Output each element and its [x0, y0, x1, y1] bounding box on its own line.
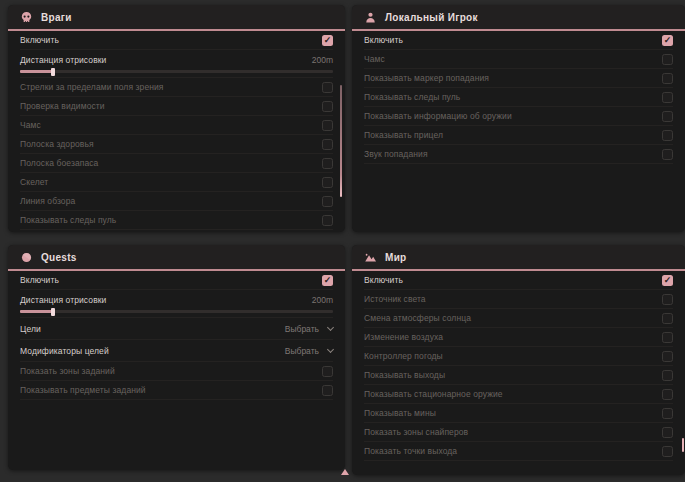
setting-label: Цели — [20, 324, 41, 334]
setting-label: Включить — [20, 275, 59, 285]
mountain-icon — [364, 251, 377, 264]
setting-label: Включить — [364, 275, 403, 285]
checkbox[interactable] — [322, 215, 333, 226]
setting-row: Смена атмосферы солнца — [364, 309, 673, 328]
setting-label: Скелет — [20, 177, 48, 187]
checkbox[interactable] — [662, 294, 673, 305]
checkbox[interactable]: ✓ — [662, 35, 673, 46]
setting-label: Показывать стационарное оружие — [364, 389, 503, 399]
setting-label: Полоска боезапаса — [20, 158, 98, 168]
setting-row: Дистанция отрисовки200m — [20, 50, 333, 78]
dropdown[interactable]: Выбрать — [285, 346, 333, 356]
dropdown[interactable]: Выбрать — [285, 324, 333, 334]
setting-row: Показывать маркер попадания — [364, 69, 673, 88]
setting-row: Модификаторы целейВыбрать — [20, 340, 333, 362]
setting-row: Показывать следы пуль — [364, 88, 673, 107]
setting-label: Звук попадания — [364, 149, 428, 159]
setting-label: Показывать информацию об оружии — [364, 111, 512, 121]
checkbox[interactable] — [662, 130, 673, 141]
panel-title: Локальный Игрок — [385, 12, 478, 23]
scrollbar[interactable] — [682, 438, 684, 452]
checkbox[interactable] — [322, 82, 333, 93]
slider[interactable] — [20, 70, 333, 73]
slider-thumb[interactable] — [51, 68, 55, 76]
panel-enemies: Враги Включить✓Дистанция отрисовки200mСт… — [8, 5, 345, 232]
setting-label: Линия обзора — [20, 196, 75, 206]
setting-row: Проверка видимости — [20, 97, 333, 116]
setting-label: Стрелки за пределами поля зрения — [20, 82, 164, 92]
checkbox[interactable] — [662, 408, 673, 419]
slider-value: 200m — [312, 55, 333, 65]
setting-row: Показывать прицел — [364, 126, 673, 145]
setting-row: Показывать предметы заданий — [20, 381, 333, 400]
panel-header: Quests — [8, 245, 345, 271]
panel-title: Мир — [385, 252, 407, 263]
checkbox[interactable] — [322, 101, 333, 112]
setting-label: Дистанция отрисовки — [20, 295, 106, 305]
checkbox[interactable] — [322, 158, 333, 169]
setting-label: Показать зоны заданий — [20, 366, 115, 376]
checkbox[interactable] — [662, 351, 673, 362]
scrollbar[interactable] — [340, 85, 342, 197]
checkbox[interactable] — [662, 73, 673, 84]
setting-label: Полоска здоровья — [20, 139, 94, 149]
setting-row: Включить✓ — [20, 271, 333, 290]
checkbox[interactable]: ✓ — [322, 35, 333, 46]
panel-title: Quests — [41, 252, 77, 263]
setting-row: Показывать информацию об оружии — [364, 107, 673, 126]
setting-label: Показывать следы пуль — [364, 92, 460, 102]
setting-row: Скелет — [20, 173, 333, 192]
setting-label: Смена атмосферы солнца — [364, 313, 471, 323]
slider-line: Дистанция отрисовки200m — [20, 293, 333, 307]
checkbox[interactable] — [662, 149, 673, 160]
checkbox[interactable]: ✓ — [322, 275, 333, 286]
checkbox[interactable]: ✓ — [662, 275, 673, 286]
setting-row: Включить✓ — [364, 31, 673, 50]
checkbox[interactable] — [322, 385, 333, 396]
setting-label: Показывать маркер попадания — [364, 73, 489, 83]
checkbox[interactable] — [322, 177, 333, 188]
setting-label: Показывать следы пуль — [20, 215, 116, 225]
checkbox[interactable] — [662, 111, 673, 122]
skull-icon — [20, 11, 33, 24]
checkbox[interactable] — [662, 389, 673, 400]
setting-row: Показать зоны снайперов — [364, 423, 673, 442]
checkbox[interactable] — [322, 120, 333, 131]
setting-label: Чамс — [20, 120, 41, 130]
setting-label: Включить — [364, 35, 403, 45]
checkbox[interactable] — [322, 366, 333, 377]
setting-label: Дистанция отрисовки — [20, 55, 106, 65]
panel-quests: Quests Включить✓Дистанция отрисовки200mЦ… — [8, 245, 345, 470]
slider-value: 200m — [312, 295, 333, 305]
checkbox[interactable] — [662, 92, 673, 103]
setting-label: Показывать прицел — [364, 130, 443, 140]
checkbox[interactable] — [322, 139, 333, 150]
checkbox[interactable] — [662, 332, 673, 343]
setting-row: Показывать стационарное оружие — [364, 385, 673, 404]
panel-header: Мир — [352, 245, 685, 271]
slider-fill — [20, 70, 53, 73]
setting-row: Дистанция отрисовки200m — [20, 290, 333, 318]
setting-label: Показать зоны снайперов — [364, 427, 468, 437]
setting-row: Звук попадания — [364, 145, 673, 164]
panel-body: Включить✓Дистанция отрисовки200mСтрелки … — [8, 31, 345, 230]
slider-thumb[interactable] — [51, 308, 55, 316]
setting-row: Источник света — [364, 290, 673, 309]
slider[interactable] — [20, 310, 333, 313]
dropdown-value: Выбрать — [285, 324, 319, 334]
checkbox[interactable] — [662, 427, 673, 438]
setting-label: Показывать предметы заданий — [20, 385, 146, 395]
checkbox[interactable] — [322, 196, 333, 207]
setting-row: Контроллер погоды — [364, 347, 673, 366]
checkbox[interactable] — [662, 54, 673, 65]
checkbox[interactable] — [662, 446, 673, 457]
slider-line: Дистанция отрисовки200m — [20, 53, 333, 67]
setting-row: Показывать мины — [364, 404, 673, 423]
setting-label: Источник света — [364, 294, 426, 304]
checkbox[interactable] — [662, 370, 673, 381]
panel-world: Мир Включить✓Источник светаСмена атмосфе… — [352, 245, 685, 475]
setting-row: Включить✓ — [20, 31, 333, 50]
chevron-down-icon — [327, 323, 334, 330]
checkbox[interactable] — [662, 313, 673, 324]
setting-row: Полоска здоровья — [20, 135, 333, 154]
